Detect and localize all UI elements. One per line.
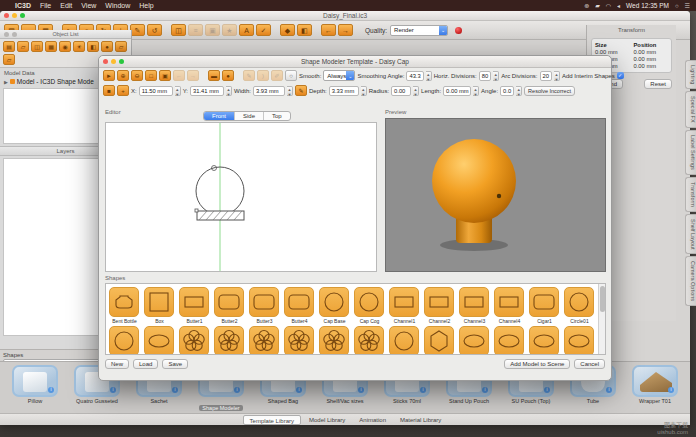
- shape-tile[interactable]: [249, 326, 279, 355]
- mesh-icon[interactable]: ▦: [45, 41, 57, 52]
- dialog-zoom-button[interactable]: [119, 59, 124, 64]
- stepper[interactable]: ▲▼: [175, 86, 181, 96]
- preview-viewport[interactable]: [385, 118, 606, 272]
- shape-tile[interactable]: [564, 326, 594, 355]
- view-tab-top[interactable]: Top: [264, 112, 290, 120]
- info-badge-icon[interactable]: i: [358, 387, 364, 393]
- info-badge-icon[interactable]: i: [668, 387, 674, 393]
- material-icon[interactable]: ◆: [280, 24, 295, 36]
- shape-tile[interactable]: [284, 326, 314, 355]
- menubar-clock[interactable]: Wed 12:35 PM: [626, 2, 669, 9]
- volume-icon[interactable]: ◂: [617, 2, 620, 9]
- shape-tile-channel2[interactable]: [424, 287, 454, 317]
- tab-animation[interactable]: Animation: [353, 415, 392, 425]
- brush-icon[interactable]: ✎: [295, 85, 307, 96]
- spotlight-search-icon[interactable]: ○: [675, 3, 679, 9]
- info-badge-icon[interactable]: i: [172, 387, 178, 393]
- refresh-icon[interactable]: ↺: [147, 24, 162, 36]
- info-badge-icon[interactable]: i: [544, 387, 550, 393]
- shape-tile[interactable]: [494, 326, 524, 355]
- render-settings-icon[interactable]: ◧: [297, 24, 312, 36]
- tab-material-library[interactable]: Material Library: [394, 415, 447, 425]
- side-tab-transform[interactable]: Transform: [685, 177, 696, 212]
- smoothing-angle-field[interactable]: 43.3: [406, 71, 423, 81]
- side-tab-camera-options[interactable]: Camera Options: [685, 256, 696, 306]
- view-tab-front[interactable]: Front: [204, 112, 235, 120]
- stepper[interactable]: ▲▼: [226, 86, 232, 96]
- y-field[interactable]: 31.41 mm: [190, 86, 224, 96]
- back-icon[interactable]: ←: [321, 24, 336, 36]
- shape-tile[interactable]: [529, 326, 559, 355]
- add-object-icon[interactable]: ▤: [3, 41, 15, 52]
- star-icon[interactable]: ★: [222, 24, 237, 36]
- zoom-in-icon[interactable]: ⊕: [117, 70, 129, 81]
- shape-tile-box[interactable]: [144, 287, 174, 317]
- disclosure-triangle-icon[interactable]: ▶: [4, 79, 8, 85]
- shape-tile-butter4[interactable]: [284, 287, 314, 317]
- x-field[interactable]: 11.50 mm: [139, 86, 173, 96]
- library-thumbnail[interactable]: i: [12, 365, 58, 397]
- eye-icon[interactable]: ●: [101, 41, 113, 52]
- lock-icon[interactable]: ◧: [87, 41, 99, 52]
- shape-tile-channel4[interactable]: [494, 287, 524, 317]
- shape-tile[interactable]: [389, 326, 419, 355]
- pan-right-icon[interactable]: →: [187, 70, 199, 81]
- angle-field[interactable]: 0.0: [500, 86, 514, 96]
- library-item-pillow[interactable]: iPillow: [4, 365, 66, 415]
- shape-fill-icon[interactable]: ■: [103, 85, 115, 96]
- shape-tile-butter2[interactable]: [214, 287, 244, 317]
- folder-icon[interactable]: ▱: [115, 41, 127, 52]
- rectangle-tool-icon[interactable]: ▬: [208, 70, 220, 81]
- length-field[interactable]: 0.00 mm: [443, 86, 471, 96]
- shape-tile-butter1[interactable]: [179, 287, 209, 317]
- view-tab-side[interactable]: Side: [235, 112, 264, 120]
- shape-tile[interactable]: [179, 326, 209, 355]
- group-icon[interactable]: ▱: [17, 41, 29, 52]
- shape-tile[interactable]: [144, 326, 174, 355]
- combine-icon[interactable]: ◫: [171, 24, 186, 36]
- info-badge-icon[interactable]: i: [234, 387, 240, 393]
- wifi-icon[interactable]: ◠: [606, 2, 611, 9]
- side-tab-shelf-layout[interactable]: Shelf Layout: [685, 214, 696, 255]
- shape-tile[interactable]: [459, 326, 489, 355]
- menu-item-help[interactable]: Help: [139, 2, 153, 9]
- text-icon[interactable]: A: [239, 24, 254, 36]
- add-point-icon[interactable]: +: [117, 85, 129, 96]
- zoom-out-icon[interactable]: ⊖: [131, 70, 143, 81]
- stepper[interactable]: ▲▼: [426, 71, 432, 81]
- stepper[interactable]: ▲▼: [554, 71, 560, 81]
- shape-tile-circle01[interactable]: [564, 287, 594, 317]
- battery-icon[interactable]: ▰: [595, 2, 600, 9]
- save-button[interactable]: Save: [162, 359, 188, 369]
- shape-tile-cap-cog[interactable]: [354, 287, 384, 317]
- stepper[interactable]: ▲▼: [413, 86, 419, 96]
- dialog-titlebar[interactable]: Shape Modeler Template - Daisy Cap: [99, 56, 611, 68]
- horiz-divisions-field[interactable]: 80: [479, 71, 491, 81]
- resolve-incorrect-button[interactable]: Resolve Incorrect: [524, 86, 575, 96]
- shape-tile-butter3[interactable]: [249, 287, 279, 317]
- menu-item-file[interactable]: File: [40, 2, 51, 9]
- point-tool-icon[interactable]: ●: [222, 70, 234, 81]
- draw-icon[interactable]: ✎: [130, 24, 145, 36]
- camera-icon[interactable]: ◉: [59, 41, 71, 52]
- library-item-wrapper-t01[interactable]: iWrapper T01: [624, 365, 686, 415]
- menu-item-window[interactable]: Window: [105, 2, 130, 9]
- shape-tile[interactable]: [109, 326, 139, 355]
- info-badge-icon[interactable]: i: [420, 387, 426, 393]
- shape-tile[interactable]: [354, 326, 384, 355]
- quality-select[interactable]: Render⌄: [390, 25, 448, 36]
- radius-field[interactable]: 0.00: [391, 86, 411, 96]
- light-icon[interactable]: ☀: [73, 41, 85, 52]
- menu-item-ic3d[interactable]: IC3D: [15, 2, 31, 9]
- brush-tool-icon[interactable]: ✐: [271, 70, 283, 81]
- add-interim-shapes-checkbox[interactable]: ✓: [617, 72, 624, 79]
- shapes-scrollbar[interactable]: [598, 284, 605, 354]
- info-badge-icon[interactable]: i: [48, 387, 54, 393]
- shape-tile-channel3[interactable]: [459, 287, 489, 317]
- smooth-toggle-icon[interactable]: ○: [285, 70, 297, 81]
- hand-icon[interactable]: ✓: [256, 24, 271, 36]
- forward-icon[interactable]: →: [338, 24, 353, 36]
- control-center-icon[interactable]: ☰: [685, 2, 690, 9]
- stepper[interactable]: ▲▼: [361, 86, 367, 96]
- pan-left-icon[interactable]: ←: [173, 70, 185, 81]
